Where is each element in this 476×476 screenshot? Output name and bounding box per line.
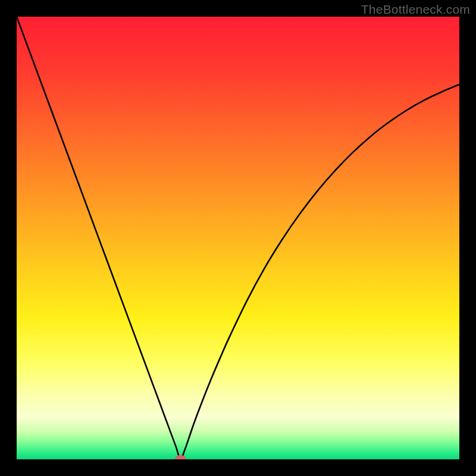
watermark-text: TheBottleneck.com bbox=[361, 2, 470, 17]
plot-area bbox=[17, 17, 459, 459]
gradient-background bbox=[17, 17, 459, 459]
bottleneck-line-chart bbox=[17, 17, 459, 459]
chart-frame: TheBottleneck.com bbox=[0, 0, 476, 476]
